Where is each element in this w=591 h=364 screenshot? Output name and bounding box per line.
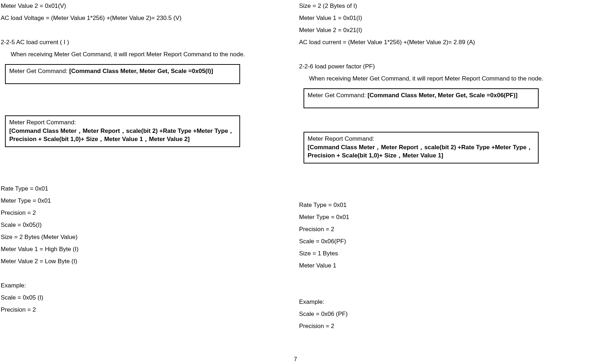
box-bold: [Command Class Meter, Meter Get, Scale =… bbox=[368, 92, 518, 99]
section-heading-226: 2-2-6 load power factor (PF) bbox=[299, 61, 584, 73]
text-line: Size = 2 (2 Bytes of I) bbox=[299, 0, 584, 12]
box-label: Meter Report Command: bbox=[308, 135, 534, 143]
section-desc-226: When receiving Meter Get Command, it wil… bbox=[299, 73, 584, 85]
box-bold: [Command Class Meter, Meter Get, Scale =… bbox=[69, 68, 213, 74]
box-bold: [Command Class Meter，Meter Report，scale(… bbox=[308, 143, 534, 160]
param-line: Size = 1 Bytes bbox=[299, 248, 584, 260]
section-heading-225: 2-2-5 AC load current ( I ) bbox=[1, 36, 289, 48]
meter-get-command-box: Meter Get Command: [Command Class Meter,… bbox=[304, 88, 539, 108]
param-line: Precision = 2 bbox=[1, 207, 289, 219]
param-line: Meter Type = 0x01 bbox=[299, 211, 584, 223]
param-line: Meter Value 1 = High Byte (I) bbox=[1, 243, 289, 255]
param-line: Precision = 2 bbox=[299, 223, 584, 235]
text-line: Meter Value 2 = 0x21(I) bbox=[299, 24, 584, 36]
text-line: Meter Value 2 = 0x01(V) bbox=[1, 0, 289, 12]
param-line: Meter Type = 0x01 bbox=[1, 195, 289, 207]
example-line: Scale = 0x05 (I) bbox=[1, 292, 289, 304]
param-line: Scale = 0x05(I) bbox=[1, 219, 289, 231]
box-bold: [Command Class Meter，Meter Report，scale(… bbox=[9, 127, 236, 144]
box-label: Meter Get Command: bbox=[9, 68, 69, 74]
meter-get-command-box: Meter Get Command: [Command Class Meter,… bbox=[5, 64, 240, 84]
text-line: Meter Value 1 = 0x01(I) bbox=[299, 12, 584, 24]
example-heading: Example: bbox=[1, 280, 289, 292]
example-heading: Example: bbox=[299, 296, 584, 308]
text-line: AC load Voltage = (Meter Value 1*256) +(… bbox=[1, 12, 289, 24]
section-desc-225: When receiving Meter Get Command, it wil… bbox=[1, 48, 289, 61]
param-line: Rate Type = 0x01 bbox=[299, 199, 584, 211]
param-line: Size = 2 Bytes (Meter Value) bbox=[1, 231, 289, 243]
example-line: Precision = 2 bbox=[299, 320, 584, 332]
meter-report-command-box: Meter Report Command: [Command Class Met… bbox=[5, 115, 240, 147]
param-line: Rate Type = 0x01 bbox=[1, 183, 289, 195]
page-number: 7 bbox=[294, 356, 297, 363]
meter-report-command-box: Meter Report Command: [Command Class Met… bbox=[304, 132, 539, 163]
param-line: Scale = 0x06(PF) bbox=[299, 235, 584, 248]
left-column: Meter Value 2 = 0x01(V) AC load Voltage … bbox=[0, 0, 296, 332]
param-line: Meter Value 2 = Low Byte (I) bbox=[1, 255, 289, 267]
box-label: Meter Report Command: bbox=[9, 118, 236, 127]
text-line: AC load current = (Meter Value 1*256) +(… bbox=[299, 36, 584, 48]
box-label: Meter Get Command: bbox=[308, 92, 368, 99]
right-column: Size = 2 (2 Bytes of I) Meter Value 1 = … bbox=[296, 0, 591, 332]
param-line: Meter Value 1 bbox=[299, 260, 584, 272]
example-line: Precision = 2 bbox=[1, 304, 289, 316]
example-line: Scale = 0x06 (PF) bbox=[299, 308, 584, 320]
page: Meter Value 2 = 0x01(V) AC load Voltage … bbox=[0, 0, 591, 332]
